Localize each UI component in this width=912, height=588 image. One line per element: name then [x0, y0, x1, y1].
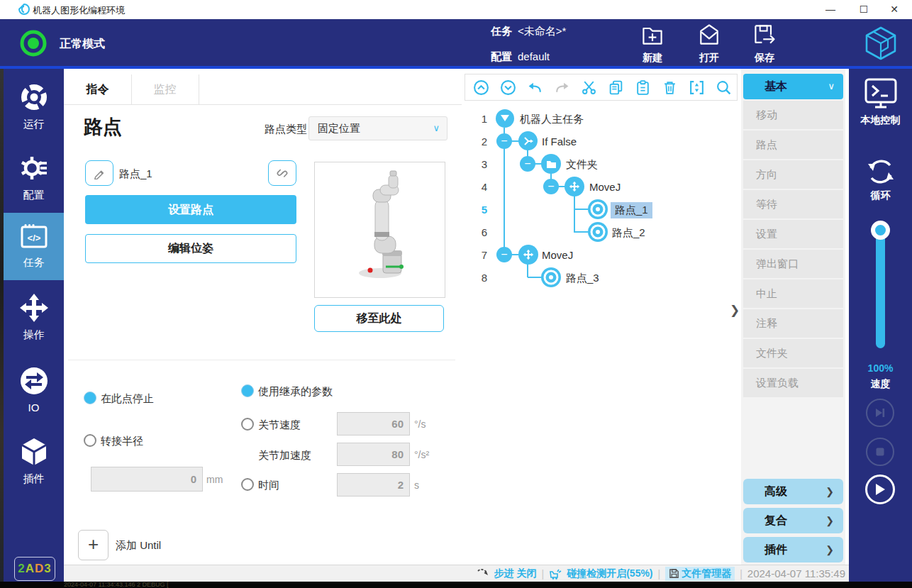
close-button[interactable]: ✕	[880, 0, 908, 19]
sidebar-item-plugin[interactable]: 插件	[4, 436, 64, 501]
joint-acc-input[interactable]	[337, 443, 410, 466]
branch-icon	[523, 136, 533, 146]
speed-slider-handle[interactable]	[871, 221, 890, 240]
rename-waypoint-button[interactable]	[85, 160, 113, 186]
loop-icon[interactable]	[864, 155, 897, 188]
delete-icon[interactable]	[662, 79, 678, 96]
palette-item-direction[interactable]: 方向	[743, 160, 843, 189]
tree-root-expander[interactable]	[496, 109, 514, 128]
open-task-button[interactable]: 打开	[684, 22, 734, 65]
palette-item-popup[interactable]: 弹出窗口	[743, 250, 843, 278]
tree-node-label[interactable]: If False	[542, 135, 577, 148]
copy-icon[interactable]	[608, 79, 624, 96]
speed-percent: 100%	[849, 362, 912, 374]
palette-group-basic[interactable]: 基本∨	[743, 74, 843, 99]
paste-icon[interactable]	[635, 79, 651, 96]
step-forward-button[interactable]	[866, 399, 894, 427]
palette-group-composite[interactable]: 复合❯	[743, 508, 843, 533]
maximize-button[interactable]: ☐	[850, 0, 878, 19]
move-down-icon[interactable]	[500, 79, 516, 96]
joint-speed-input[interactable]	[337, 412, 410, 436]
app-logo-icon	[18, 4, 30, 15]
sidebar-item-run[interactable]: 运行	[4, 82, 64, 147]
tab-instruction[interactable]: 指令	[64, 74, 132, 104]
palette-item-folder[interactable]: 文件夹	[743, 339, 843, 367]
tree-node-label[interactable]: 路点_3	[566, 272, 599, 285]
movej-node-icon[interactable]	[565, 177, 584, 196]
save-icon	[752, 22, 777, 48]
separator: |	[658, 568, 661, 579]
blend-radius-radio[interactable]	[84, 434, 96, 447]
palette-item-set[interactable]: 设置	[743, 220, 843, 248]
move-here-button[interactable]: 移至此处	[314, 305, 444, 332]
tree-collapse-button[interactable]: −	[520, 156, 535, 172]
play-button[interactable]	[865, 475, 895, 504]
file-manager-button[interactable]: 文件管理器	[665, 567, 735, 581]
waypoint-node-icon[interactable]	[588, 222, 608, 242]
palette-item-abort[interactable]: 中止	[743, 279, 843, 308]
inherited-params-radio[interactable]	[241, 384, 254, 397]
search-icon[interactable]	[716, 79, 732, 96]
minimize-button[interactable]: —	[816, 0, 845, 19]
panel-collapse-handle[interactable]: ❯	[730, 303, 740, 318]
waypoint-type-select[interactable]: 固定位置 ∨	[308, 116, 447, 140]
tree-collapse-button[interactable]: −	[543, 179, 559, 194]
tree-node-label[interactable]: 路点_2	[612, 226, 645, 240]
sidebar-item-operate[interactable]: 操作	[4, 292, 64, 357]
move-up-icon[interactable]	[473, 79, 489, 96]
cut-icon[interactable]	[581, 79, 597, 96]
tree-collapse-button[interactable]: −	[496, 133, 512, 149]
palette-group-advanced[interactable]: 高级❯	[743, 479, 843, 504]
sidebar-item-config[interactable]: 配置	[4, 152, 64, 218]
palette-item-payload[interactable]: 设置负载	[743, 369, 843, 397]
step-mode-status[interactable]: 步进 关闭	[494, 567, 537, 580]
add-until-button[interactable]: +	[78, 530, 109, 560]
tree-node-label[interactable]: 机器人主任务	[520, 113, 584, 126]
tree-connector	[528, 277, 543, 278]
tab-monitor[interactable]: 监控	[131, 74, 199, 104]
palette-group-plugin[interactable]: 插件❯	[743, 537, 843, 562]
palette-item-move[interactable]: 移动	[743, 101, 843, 129]
folder-node-icon[interactable]	[541, 154, 561, 174]
speed-slider-track[interactable]	[876, 231, 885, 348]
move-arrows-icon	[523, 249, 534, 260]
waypoint-node-icon[interactable]	[588, 199, 608, 219]
redo-icon[interactable]	[554, 79, 570, 96]
new-task-button[interactable]: 新建	[628, 22, 677, 65]
local-control-icon[interactable]	[864, 77, 898, 110]
joint-speed-radio[interactable]	[241, 418, 254, 431]
waypoint-node-icon[interactable]	[541, 267, 561, 287]
undo-icon[interactable]	[527, 79, 543, 96]
tree-node-label[interactable]: 文件夹	[566, 158, 598, 172]
sidebar-item-task[interactable]: </> 任务	[4, 213, 64, 280]
set-waypoint-button[interactable]: 设置路点	[85, 195, 296, 224]
link-waypoint-button[interactable]	[268, 160, 296, 186]
movej-node-icon[interactable]	[518, 245, 538, 265]
sidebar-item-io[interactable]: IO	[4, 365, 64, 431]
tree-row-number: 2	[466, 135, 487, 148]
chevron-right-icon: ❯	[825, 479, 834, 504]
tree-row-number: 3	[466, 158, 487, 170]
blend-radius-input[interactable]	[91, 467, 203, 492]
tree-collapse-button[interactable]: −	[496, 247, 512, 262]
stop-here-radio[interactable]	[84, 392, 96, 404]
tree-node-label-selected[interactable]: 路点_1	[611, 202, 652, 218]
tree-node-label[interactable]: MoveJ	[542, 249, 573, 261]
palette-item-waypoint[interactable]: 路点	[743, 131, 843, 159]
tree-toolbar	[465, 74, 738, 101]
palette-item-comment[interactable]: 注释	[743, 309, 843, 338]
edit-pose-button[interactable]: 编辑位姿	[85, 234, 296, 263]
collision-detect-status[interactable]: 碰撞检测开启(55%)	[567, 567, 652, 580]
if-node-icon[interactable]	[518, 131, 538, 150]
save-task-button[interactable]: 保存	[740, 22, 789, 65]
chevron-right-icon: ❯	[825, 508, 834, 533]
time-input[interactable]	[337, 473, 410, 497]
palette-item-wait[interactable]: 等待	[743, 190, 843, 218]
tree-row-number: 5	[466, 204, 487, 216]
insert-icon[interactable]	[689, 79, 705, 96]
tree-row-number: 8	[466, 272, 487, 284]
stop-button[interactable]	[866, 438, 894, 466]
tree-connector	[527, 262, 528, 277]
tree-node-label[interactable]: MoveJ	[589, 181, 621, 193]
time-radio[interactable]	[241, 478, 254, 491]
